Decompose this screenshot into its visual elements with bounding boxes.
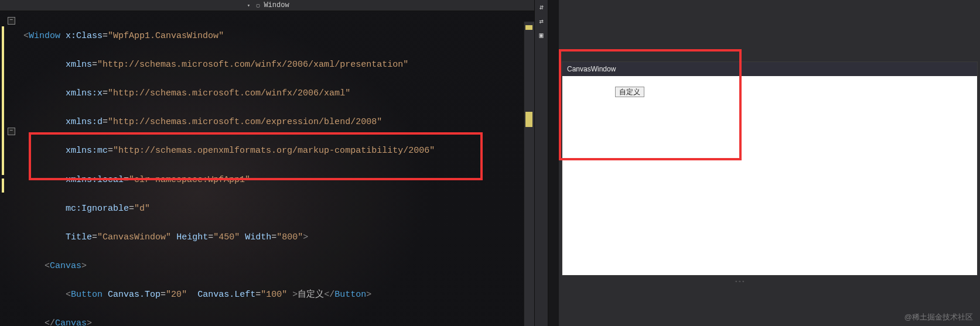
collapse-toggle[interactable]: − (8, 128, 15, 135)
sync-views-icon[interactable]: ⇄ (537, 16, 546, 26)
code-body: − − <Window x:Class="WpfApp1.CanvasWindo… (0, 11, 534, 326)
code-text-area[interactable]: <Window x:Class="WpfApp1.CanvasWindow" x… (22, 11, 534, 326)
collapse-toggle[interactable]: − (8, 17, 15, 25)
change-marker (2, 179, 4, 193)
split-toolstrip: ⇵ ⇄ ▣ (534, 0, 548, 326)
preview-button-label: 自定义 (619, 88, 640, 96)
breadcrumb[interactable]: ▾ ▢ Window (0, 0, 534, 11)
pane-gap (548, 0, 559, 326)
swap-panes-icon[interactable]: ⇵ (537, 2, 546, 12)
resize-grip-icon[interactable]: ◦◦◦ (735, 279, 745, 285)
designer-surface[interactable]: CanvasWindow 自定义 ◦◦◦ (559, 0, 980, 326)
breadcrumb-label: Window (264, 1, 289, 9)
popup-icon[interactable]: ▣ (537, 30, 546, 40)
preview-titlebar: CanvasWindow (562, 62, 977, 76)
root: ▾ ▢ Window − − <Window x:Class="WpfApp1.… (0, 0, 980, 326)
preview-window[interactable]: CanvasWindow 自定义 (562, 62, 977, 275)
change-marker (2, 26, 4, 175)
watermark-text: @稀土掘金技术社区 (904, 312, 973, 322)
window-icon: ▢ (254, 2, 261, 9)
xaml-editor-pane: ▾ ▢ Window − − <Window x:Class="WpfApp1.… (0, 0, 534, 326)
designer-pane: CanvasWindow 自定义 ◦◦◦ (559, 0, 980, 326)
vertical-scrollbar[interactable] (524, 22, 534, 326)
chevron-down-icon: ▾ (245, 2, 252, 9)
scroll-change-mark (525, 112, 532, 127)
scroll-change-mark (525, 25, 532, 30)
preview-button[interactable]: 自定义 (615, 87, 644, 97)
preview-canvas[interactable]: 自定义 (562, 76, 977, 275)
preview-title-text: CanvasWindow (567, 65, 616, 73)
